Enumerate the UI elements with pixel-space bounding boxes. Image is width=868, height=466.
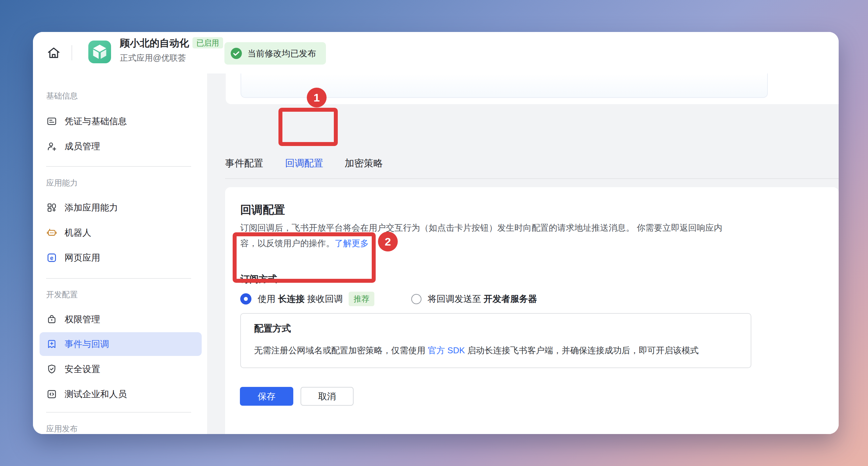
sidebar-item-test-company[interactable]: 测试企业和人员 (39, 386, 202, 402)
web-app-icon: e (46, 252, 57, 263)
banner-text: 当前修改均已发布 (247, 48, 316, 59)
sidebar-divider (46, 412, 191, 413)
publish-status-banner: 当前修改均已发布 (224, 42, 326, 65)
status-badge: 已启用 (192, 37, 223, 49)
radio-developer-server[interactable] (411, 294, 422, 304)
app-cube-icon (88, 40, 111, 63)
bookmark-plus-icon (46, 338, 57, 350)
sidebar-item-label: 事件与回调 (65, 338, 109, 350)
svg-text:e: e (50, 255, 53, 261)
config-mode-title: 配置方式 (254, 322, 291, 335)
official-sdk-link[interactable]: 官方 SDK (428, 345, 465, 355)
cancel-button[interactable]: 取消 (301, 387, 353, 406)
member-add-icon (46, 141, 57, 152)
header-divider (71, 45, 72, 60)
code-box-icon (46, 389, 57, 400)
sidebar-item-label: 安全设置 (65, 363, 100, 375)
desktop-background: { "header": { "app_title": "顾小北的自动化", "s… (0, 0, 868, 466)
sidebar-item-label: 测试企业和人员 (65, 388, 127, 400)
check-circle-icon (230, 48, 242, 59)
description-line2: 容，以反馈用户的操作。 (240, 238, 335, 248)
callback-config-card: 回调配置 订阅回调后，飞书开放平台将会在用户交互行为（如点击卡片按钮）发生时向配… (225, 187, 839, 434)
sidebar-item-events-callbacks[interactable]: 事件与回调 (39, 332, 202, 356)
grid-plus-icon (46, 202, 57, 213)
home-icon[interactable] (46, 45, 61, 60)
tab-encryption-policy[interactable]: 加密策略 (345, 157, 383, 169)
description-line1: 订阅回调后，飞书开放平台将会在用户交互行为（如点击卡片按钮）发生时向配置的请求地… (240, 223, 722, 233)
tab-event-config[interactable]: 事件配置 (225, 157, 263, 169)
previous-section-panel (226, 73, 839, 104)
header: 顾小北的自动化 已启用 正式应用@优联荟 当前修改均已发布 (33, 32, 839, 73)
app-console-window: 顾小北的自动化 已启用 正式应用@优联荟 当前修改均已发布 基础信息 凭证与基础… (33, 32, 839, 434)
config-mode-text: 无需注册公网域名或配置加密策略，仅需使用 官方 SDK 启动长连接飞书客户端，并… (254, 345, 699, 356)
sidebar-item-bot[interactable]: 机器人 (39, 225, 202, 241)
learn-more-link[interactable]: 了解更多 (335, 238, 369, 248)
sidebar-item-credentials[interactable]: 凭证与基础信息 (39, 113, 202, 129)
sidebar-item-label: 权限管理 (65, 313, 100, 325)
sidebar-item-label: 添加应用能力 (65, 202, 118, 214)
config-mode-box: 配置方式 无需注册公网域名或配置加密策略，仅需使用 官方 SDK 启动长连接飞书… (240, 313, 751, 368)
main-area: 事件配置 回调配置 加密策略 回调配置 订阅回调后，飞书开放平台将会在用户交互行… (208, 73, 839, 434)
radio-long-connection[interactable] (240, 293, 251, 305)
sidebar-item-permissions[interactable]: 权限管理 (39, 311, 202, 327)
subscribe-mode-label: 订阅方式 (240, 273, 277, 285)
section-title: 回调配置 (240, 203, 285, 218)
save-button[interactable]: 保存 (240, 387, 293, 406)
sidebar-divider (46, 166, 191, 167)
sidebar-item-label: 凭证与基础信息 (65, 115, 127, 127)
sidebar-item-members[interactable]: 成员管理 (39, 138, 202, 154)
app-title: 顾小北的自动化 (120, 37, 189, 50)
tab-callback-config[interactable]: 回调配置 (285, 157, 323, 169)
tab-divider (225, 178, 839, 179)
sidebar-item-label: 网页应用 (65, 252, 100, 263)
sidebar-section-dev-config: 开发配置 (46, 289, 78, 300)
recommended-badge: 推荐 (349, 292, 374, 306)
sidebar: 基础信息 凭证与基础信息 成员管理 应用能力 添加应用能力 (33, 73, 208, 434)
app-subtitle: 正式应用@优联荟 (120, 53, 186, 63)
section-description: 订阅回调后，飞书开放平台将会在用户交互行为（如点击卡片按钮）发生时向配置的请求地… (240, 220, 722, 251)
radio-developer-server-label[interactable]: 将回调发送至 开发者服务器 (428, 293, 537, 305)
sidebar-section-basic-info: 基础信息 (46, 91, 78, 101)
sidebar-section-app-release: 应用发布 (46, 424, 78, 434)
lock-icon (46, 314, 57, 325)
sidebar-section-capabilities: 应用能力 (46, 178, 78, 188)
id-card-icon (46, 116, 57, 127)
shield-check-icon (46, 364, 57, 375)
sidebar-divider (46, 278, 191, 279)
sidebar-item-security[interactable]: 安全设置 (39, 361, 202, 377)
radio-long-connection-label[interactable]: 使用 长连接 接收回调 (258, 293, 343, 305)
sidebar-item-web-app[interactable]: e 网页应用 (39, 250, 202, 266)
robot-icon (46, 227, 57, 238)
sidebar-item-label: 成员管理 (65, 141, 100, 152)
sidebar-item-label: 机器人 (65, 227, 91, 239)
previous-section-card (241, 73, 768, 98)
sidebar-item-add-capability[interactable]: 添加应用能力 (39, 200, 202, 216)
radio-group: 使用 长连接 接收回调 推荐 将回调发送至 开发者服务器 (240, 291, 537, 307)
